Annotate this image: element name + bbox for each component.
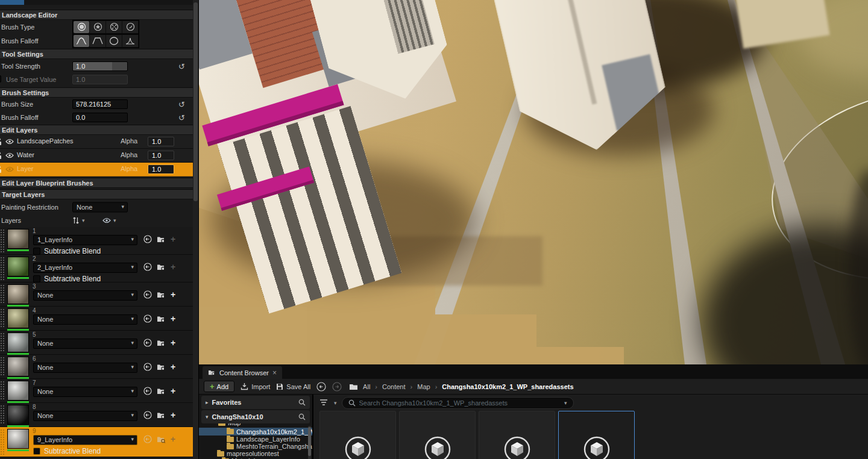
browse-to-asset-icon[interactable] — [157, 436, 166, 443]
breadcrumb-current-folder[interactable]: Changsha10x10km2_1_WP_sharedassets — [442, 383, 573, 390]
layer-info-dropdown[interactable]: 1_LayerInfo▾ — [33, 235, 137, 245]
save-all-button[interactable]: Save All — [276, 383, 310, 390]
visibility-eye-icon[interactable] — [5, 166, 14, 172]
drag-handle[interactable] — [0, 405, 5, 425]
tree-item-selected-folder[interactable]: Changsha10x10km2_1_WP_sharedassets — [199, 428, 312, 436]
layer-thumbnail[interactable] — [7, 357, 29, 376]
target-layer-row-2[interactable]: 2 2_LayerInfo▾ + Subtractive Blend — [0, 255, 199, 283]
brush-alpha-icon[interactable] — [90, 21, 105, 33]
alpha-input[interactable]: 1.0 — [148, 137, 174, 146]
layer-info-dropdown[interactable]: None▾ — [33, 411, 137, 421]
section-brush-settings[interactable]: Brush Settings — [0, 87, 199, 98]
alpha-input[interactable]: 1.0 — [148, 164, 174, 174]
target-layer-row-1[interactable]: 1 1_LayerInfo▾ + Subtractive Blend — [0, 227, 199, 255]
tree-item-landscape-layerinfo[interactable]: Landscape_LayerInfo — [199, 436, 312, 443]
layer-thumbnail[interactable] — [7, 308, 29, 328]
use-selected-asset-icon[interactable] — [143, 235, 152, 243]
target-layer-row-3[interactable]: 3 None▾ + — [0, 283, 199, 307]
tool-strength-input[interactable]: 1.0 — [72, 61, 128, 71]
visibility-eye-icon[interactable] — [5, 152, 14, 158]
filter-icon[interactable] — [319, 399, 329, 407]
use-selected-asset-icon[interactable] — [143, 290, 152, 299]
search-icon[interactable] — [298, 413, 306, 420]
browse-to-asset-icon[interactable] — [157, 236, 166, 243]
layer-info-dropdown[interactable]: 2_LayerInfo▾ — [33, 263, 137, 273]
create-layer-info-icon[interactable]: + — [171, 235, 175, 243]
panel-scrollbar[interactable] — [193, 0, 198, 459]
layer-thumbnail[interactable] — [7, 429, 29, 449]
lock-open-icon[interactable] — [0, 152, 2, 160]
forward-button[interactable] — [332, 382, 342, 392]
brush-size-input[interactable]: 578.216125 — [72, 99, 128, 109]
tree-item-map[interactable]: Map — [199, 423, 312, 426]
create-layer-info-icon[interactable]: + — [171, 290, 175, 299]
asset-tile[interactable] — [399, 411, 476, 459]
subtractive-blend-checkbox[interactable] — [33, 275, 40, 283]
target-layer-row-4[interactable]: 4 None▾ + — [0, 307, 199, 331]
lock-open-icon[interactable] — [0, 138, 2, 146]
section-landscape-editor[interactable]: Landscape Editor — [0, 10, 199, 20]
layer-info-dropdown[interactable]: None▾ — [33, 387, 137, 397]
favorites-header[interactable]: ▸ Favorites — [201, 396, 310, 409]
visibility-eye-icon[interactable] — [5, 139, 14, 145]
falloff-linear-icon[interactable] — [90, 35, 105, 47]
target-layer-row-8[interactable]: 8 None▾ + — [0, 403, 199, 427]
brush-circle-icon[interactable] — [74, 21, 89, 33]
browse-to-asset-icon[interactable] — [157, 263, 166, 271]
layer-info-dropdown[interactable]: 9_LayerInfo▾ — [33, 435, 137, 445]
tree-item-mapresolutiontest[interactable]: mapresolutiontest — [199, 450, 312, 457]
breadcrumb-map[interactable]: Map — [417, 383, 430, 390]
brush-pattern-icon[interactable] — [106, 21, 122, 33]
falloff-smooth-icon[interactable] — [74, 35, 89, 47]
create-layer-info-icon[interactable]: + — [171, 411, 175, 419]
brush-component-icon[interactable] — [122, 21, 138, 33]
chevron-down-icon[interactable]: ▾ — [564, 400, 567, 406]
target-layer-row-5[interactable]: 5 None▾ + — [0, 331, 199, 355]
brush-falloff-input[interactable]: 0.0 — [72, 113, 128, 122]
browse-to-asset-icon[interactable] — [157, 291, 166, 299]
reset-brush-size-icon[interactable]: ↺ — [178, 100, 185, 109]
reset-tool-strength-icon[interactable]: ↺ — [178, 61, 185, 70]
add-button[interactable]: + Add — [204, 381, 234, 392]
back-button[interactable] — [316, 382, 326, 392]
content-browser-tab[interactable]: Content Browser × — [203, 366, 282, 379]
use-selected-asset-icon[interactable] — [143, 411, 152, 419]
layers-visibility-dropdown[interactable]: ▾ — [102, 217, 116, 223]
use-selected-asset-icon[interactable] — [143, 339, 152, 347]
edit-layer-water[interactable]: Water Alpha 1.0 — [0, 149, 199, 163]
reset-brush-falloff-icon[interactable]: ↺ — [178, 113, 185, 122]
layer-thumbnail[interactable] — [7, 284, 29, 304]
layer-info-dropdown[interactable]: None▾ — [33, 339, 137, 349]
browse-to-asset-icon[interactable] — [157, 339, 166, 347]
edit-layer-layer-selected[interactable]: Layer Alpha 1.0 — [0, 163, 199, 176]
asset-tile[interactable] — [479, 411, 555, 459]
search-icon[interactable] — [298, 399, 306, 406]
falloff-tip-icon[interactable] — [122, 35, 138, 47]
active-tool-tab[interactable] — [0, 0, 24, 5]
layer-thumbnail[interactable] — [7, 257, 29, 276]
asset-tile-selected[interactable] — [558, 411, 635, 459]
tree-scrollbar[interactable] — [308, 426, 311, 459]
asset-search-input[interactable] — [359, 399, 561, 407]
import-button[interactable]: Import — [241, 382, 270, 390]
use-selected-asset-icon[interactable] — [143, 387, 152, 395]
drag-handle[interactable] — [0, 308, 5, 328]
drag-handle[interactable] — [0, 429, 5, 455]
breadcrumb-content[interactable]: Content — [382, 383, 406, 390]
layer-thumbnail[interactable] — [7, 381, 29, 401]
section-target-layers[interactable]: Target Layers — [0, 189, 199, 199]
section-edit-layers[interactable]: Edit Layers — [0, 125, 199, 135]
drag-handle[interactable] — [0, 257, 5, 280]
drag-handle[interactable] — [0, 381, 5, 401]
tree-item-meshtoterrain[interactable]: MeshtoTerrain_Changsha10x10 — [199, 443, 312, 450]
create-layer-info-icon[interactable]: + — [171, 435, 175, 443]
expand-arrow-icon[interactable]: ▸ — [206, 399, 209, 405]
chevron-down-icon[interactable]: ▾ — [334, 400, 337, 406]
drag-handle[interactable] — [0, 357, 5, 376]
drag-handle[interactable] — [0, 229, 5, 252]
section-blueprint-brushes[interactable]: Edit Layer Blueprint Brushes — [0, 178, 199, 188]
browse-to-asset-icon[interactable] — [157, 363, 166, 371]
painting-restriction-dropdown[interactable]: None ▾ — [72, 202, 128, 213]
asset-search-bar[interactable]: ▾ — [342, 397, 574, 409]
layer-info-dropdown[interactable]: None▾ — [33, 363, 137, 373]
